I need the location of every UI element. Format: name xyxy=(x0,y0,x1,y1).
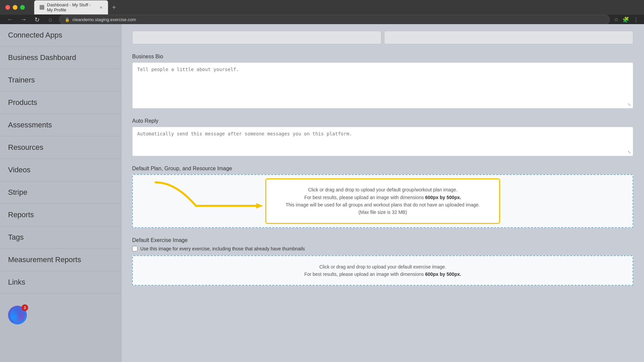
top-input-right[interactable] xyxy=(384,31,633,44)
tab-title: Dashboard - My Stuff - My Profile xyxy=(47,2,96,12)
top-input-row xyxy=(132,31,633,44)
sidebar-label-business-dashboard: Business Dashboard xyxy=(8,53,76,62)
top-input-left[interactable] xyxy=(132,31,381,44)
sidebar-item-measurement-reports[interactable]: Measurement Reports xyxy=(0,249,121,271)
refresh-button[interactable]: ↻ xyxy=(32,16,42,23)
default-plan-image-label: Default Plan, Group, and Resource Image xyxy=(132,166,633,172)
sidebar-label-resources: Resources xyxy=(8,143,43,152)
back-button[interactable]: ← xyxy=(5,16,15,23)
sidebar-label-stripe: Stripe xyxy=(8,188,27,197)
app-layout: Connected Apps Business Dashboard Traine… xyxy=(0,24,644,362)
sidebar-item-reports[interactable]: Reports xyxy=(0,204,121,226)
sidebar-label-tags: Tags xyxy=(8,233,23,242)
exercise-upload-text: Click or drag and drop to upload your de… xyxy=(299,258,467,284)
lock-icon: 🔒 xyxy=(65,17,70,22)
sidebar-item-stripe[interactable]: Stripe xyxy=(0,181,121,204)
exercise-image-drop-zone[interactable]: Click or drag and drop to upload your de… xyxy=(132,255,633,286)
exercise-upload-line2: For best results, please upload an image… xyxy=(304,270,461,278)
sidebar-item-videos[interactable]: Videos xyxy=(0,159,121,181)
home-button[interactable]: ⌂ xyxy=(46,16,55,23)
default-plan-image-section: Default Plan, Group, and Resource Image … xyxy=(132,166,633,228)
maximize-traffic-light[interactable] xyxy=(20,5,25,10)
sidebar-item-links[interactable]: Links xyxy=(0,271,121,294)
sidebar-label-reports: Reports xyxy=(8,210,34,219)
plan-image-highlight-box: Click or drag and drop to upload your de… xyxy=(265,178,500,224)
bookmark-button[interactable]: ☆ xyxy=(614,16,619,23)
sidebar-item-products[interactable]: Products xyxy=(0,92,121,114)
minimize-traffic-light[interactable] xyxy=(13,5,17,10)
sidebar-label-products: Products xyxy=(8,98,37,107)
browser-chrome: Dashboard - My Stuff - My Profile ✕ + ← … xyxy=(0,0,644,24)
plan-upload-text-line2: For best results, please upload an image… xyxy=(280,194,486,201)
plan-upload-text-line3: This image will be used for all groups a… xyxy=(280,201,486,216)
default-exercise-image-label: Default Exercise Image xyxy=(132,237,633,243)
browser-toolbar: ← → ↻ ⌂ 🔒 cleandemo.staging.exercise.com… xyxy=(0,15,644,24)
exercise-upload-line1: Click or drag and drop to upload your de… xyxy=(304,263,461,270)
avatar-area: 3 xyxy=(0,299,121,331)
new-tab-button[interactable]: + xyxy=(109,4,119,11)
sidebar-item-assessments[interactable]: Assessments xyxy=(0,114,121,136)
sidebar-label-assessments: Assessments xyxy=(8,121,52,129)
notification-badge: 3 xyxy=(21,304,28,311)
extensions-button[interactable]: 🧩 xyxy=(623,16,629,23)
close-traffic-light[interactable] xyxy=(5,5,10,10)
sidebar-item-business-dashboard[interactable]: Business Dashboard xyxy=(0,47,121,69)
exercise-image-checkbox-label: Use this image for every exercise, inclu… xyxy=(140,246,305,251)
tab-bar: Dashboard - My Stuff - My Profile ✕ + xyxy=(34,0,119,14)
browser-actions: ☆ 🧩 ⋮ xyxy=(614,16,639,23)
plan-image-drop-zone[interactable]: Click or drag and drop to upload your de… xyxy=(132,174,633,228)
exercise-image-checkbox[interactable] xyxy=(132,246,138,251)
url-text: cleandemo.staging.exercise.com xyxy=(72,17,136,22)
tab-close-button[interactable]: ✕ xyxy=(99,5,103,10)
auto-reply-textarea[interactable] xyxy=(132,127,633,147)
traffic-lights xyxy=(5,5,25,10)
forward-button[interactable]: → xyxy=(19,16,28,23)
active-tab[interactable]: Dashboard - My Stuff - My Profile ✕ xyxy=(34,0,108,14)
browser-titlebar: Dashboard - My Stuff - My Profile ✕ + xyxy=(0,0,644,15)
sidebar-label-measurement-reports: Measurement Reports xyxy=(8,255,81,264)
sidebar: Connected Apps Business Dashboard Traine… xyxy=(0,24,121,362)
sidebar-label-trainers: Trainers xyxy=(8,76,35,84)
sidebar-label-videos: Videos xyxy=(8,166,31,174)
sidebar-item-connected-apps[interactable]: Connected Apps xyxy=(0,24,121,47)
menu-button[interactable]: ⋮ xyxy=(633,16,639,23)
auto-reply-label: Auto Reply xyxy=(132,118,633,124)
sidebar-label-links: Links xyxy=(8,278,25,287)
tab-favicon xyxy=(40,5,44,10)
auto-reply-section: Auto Reply ⤡ xyxy=(132,118,633,156)
business-bio-label: Business Bio xyxy=(132,54,633,60)
business-bio-section: Business Bio ⤡ xyxy=(132,54,633,109)
business-bio-textarea[interactable] xyxy=(132,63,633,100)
sidebar-label-connected-apps: Connected Apps xyxy=(8,31,62,40)
avatar[interactable]: 3 xyxy=(8,306,27,324)
plan-upload-text-line1: Click or drag and drop to upload your de… xyxy=(280,186,486,193)
address-bar[interactable]: 🔒 cleandemo.staging.exercise.com xyxy=(59,15,610,24)
sidebar-item-trainers[interactable]: Trainers xyxy=(0,69,121,92)
sidebar-item-tags[interactable]: Tags xyxy=(0,226,121,249)
exercise-image-checkbox-row: Use this image for every exercise, inclu… xyxy=(132,246,633,251)
sidebar-item-resources[interactable]: Resources xyxy=(0,136,121,159)
default-exercise-image-section: Default Exercise Image Use this image fo… xyxy=(132,237,633,286)
main-content: Business Bio ⤡ Auto Reply ⤡ Default Plan… xyxy=(121,24,644,362)
